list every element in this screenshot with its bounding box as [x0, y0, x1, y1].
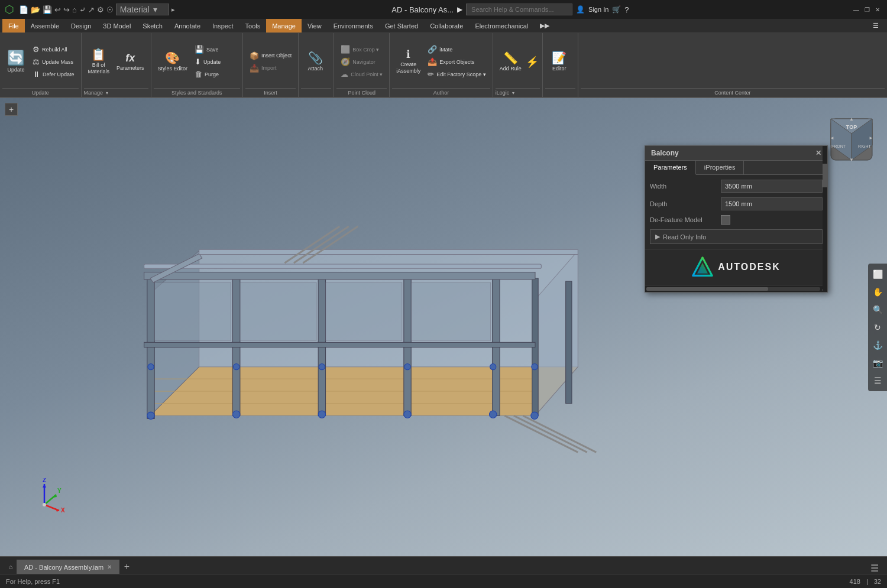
- navigator-button[interactable]: 🧭 Navigator: [338, 56, 386, 68]
- menu-electromechanical[interactable]: Electromechanical: [469, 19, 534, 33]
- panel-hscroll-thumb[interactable]: [646, 287, 768, 291]
- panel-hscroll[interactable]: ⤢: [645, 285, 827, 292]
- coord-separator: |: [866, 578, 868, 585]
- close-button[interactable]: ✕: [873, 5, 882, 14]
- add-view-button[interactable]: +: [5, 103, 18, 116]
- styles-editor-button[interactable]: 🎨 Styles Editor: [155, 41, 191, 83]
- menu-extra[interactable]: ☰: [867, 19, 885, 33]
- main-document-tab[interactable]: AD - Balcony Assembly.iam ✕: [17, 560, 119, 574]
- defer-update-button[interactable]: ⏸ Defer Update: [30, 69, 77, 80]
- tab-parameters[interactable]: Parameters: [645, 161, 696, 175]
- tab-iproperties[interactable]: iProperties: [696, 161, 744, 174]
- menu-tools[interactable]: Tools: [239, 19, 267, 33]
- rebuild-all-button[interactable]: ⚙ Rebuild All: [30, 44, 77, 56]
- edit-factory-scope-button[interactable]: ✏ Edit Factory Scope ▾: [425, 69, 489, 80]
- coord-x: 418: [850, 578, 860, 585]
- viewcube[interactable]: TOP FRONT RIGHT ▲ ◄ ► ▼: [828, 116, 875, 163]
- menu-file[interactable]: File: [2, 19, 25, 33]
- menu-more[interactable]: ▶▶: [534, 19, 555, 33]
- unknown-icon[interactable]: ☉: [106, 5, 114, 14]
- select-icon[interactable]: ↗: [88, 5, 95, 14]
- new-button[interactable]: 📄: [19, 5, 28, 14]
- ribbon-group-editor: 📝 Editor: [543, 33, 578, 97]
- purge-button[interactable]: 🗑 Purge: [192, 69, 239, 80]
- menu-view[interactable]: View: [302, 19, 328, 33]
- menu-sketch[interactable]: Sketch: [137, 19, 169, 33]
- add-rule-button[interactable]: 📏 Add Rule: [497, 41, 525, 83]
- update-styles-button[interactable]: ⬇ Update: [192, 56, 239, 68]
- parameters-button[interactable]: fx Parameters: [114, 41, 147, 83]
- update-button[interactable]: 🔄 Update: [4, 41, 28, 83]
- nav-select[interactable]: ⬜: [869, 266, 886, 282]
- minimize-button[interactable]: —: [852, 5, 861, 14]
- insert-object-button[interactable]: 📦 Insert Object: [247, 50, 294, 61]
- bill-of-materials-button[interactable]: 📋 Bill ofMaterials: [85, 41, 113, 83]
- open-button[interactable]: 📂: [31, 5, 40, 14]
- menu-manage[interactable]: Manage: [266, 19, 302, 33]
- redo-button[interactable]: ↪: [63, 5, 70, 14]
- prop-width-label: Width: [650, 183, 721, 190]
- cart-icon[interactable]: 🛒: [612, 5, 621, 14]
- update-s-label: Update: [203, 59, 221, 65]
- import-button[interactable]: 📥 Import: [247, 62, 294, 74]
- undo-button[interactable]: ↩: [54, 5, 61, 14]
- box-crop-button[interactable]: ⬜ Box Crop ▾: [338, 44, 386, 56]
- prop-depth-value[interactable]: 1500 mm: [721, 197, 823, 210]
- search-input[interactable]: [466, 4, 572, 15]
- editor-button[interactable]: 📝 Editor: [546, 41, 572, 83]
- menu-get-started[interactable]: Get Started: [379, 19, 424, 33]
- purge-label: Purge: [205, 72, 219, 77]
- tab-close-button[interactable]: ✕: [107, 564, 112, 570]
- menu-environments[interactable]: Environments: [328, 19, 379, 33]
- restore-button[interactable]: ❐: [862, 5, 872, 14]
- nav-rotate[interactable]: ↻: [869, 319, 886, 336]
- menu-3dmodel[interactable]: 3D Model: [97, 19, 137, 33]
- home-button[interactable]: ⌂: [72, 5, 77, 14]
- viewport[interactable]: +: [0, 98, 887, 556]
- create-iassembly-button[interactable]: ℹ CreateiAssembly: [393, 41, 423, 83]
- attach-button[interactable]: 📎 Attach: [302, 41, 328, 83]
- read-only-section[interactable]: ▶ Read Only Info: [650, 229, 823, 244]
- nav-zoom[interactable]: 🔍: [869, 301, 886, 318]
- tab-menu-button[interactable]: ☰: [867, 563, 882, 574]
- menu-collaborate[interactable]: Collaborate: [424, 19, 469, 33]
- panel-scrollbar-thumb[interactable]: [823, 164, 827, 187]
- prop-defeature-checkbox[interactable]: [721, 215, 730, 225]
- panel-title: Balcony: [651, 149, 679, 157]
- save-button[interactable]: 💾: [43, 5, 52, 14]
- export-objects-button[interactable]: 📤 Export Objects: [425, 56, 489, 68]
- ilogic-arrow[interactable]: ▾: [512, 90, 514, 96]
- home-tab-icon[interactable]: ⌂: [5, 560, 17, 574]
- menu-assemble[interactable]: Assemble: [25, 19, 65, 33]
- nav-camera[interactable]: 📷: [869, 355, 886, 371]
- ilogic-extra1[interactable]: ⚡: [526, 56, 539, 69]
- nav-menu[interactable]: ☰: [869, 372, 886, 389]
- prop-width-value[interactable]: 3500 mm: [721, 180, 823, 193]
- return-button[interactable]: ⤶: [79, 5, 86, 14]
- cloud-point-button[interactable]: ☁ Cloud Point ▾: [338, 69, 386, 80]
- svg-marker-61: [43, 484, 46, 488]
- nav-pan[interactable]: ✋: [869, 284, 886, 300]
- add-tab-button[interactable]: +: [119, 560, 134, 574]
- panel-scrollbar[interactable]: [823, 146, 827, 292]
- menu-annotate[interactable]: Annotate: [169, 19, 206, 33]
- svg-line-36: [514, 415, 587, 452]
- material-dropdown-arrow: ▾: [153, 5, 157, 14]
- ribbon-group-ilogic: 📏 Add Rule ⚡ iLogic ▾: [493, 33, 543, 97]
- nav-anchor[interactable]: ⚓: [869, 337, 886, 353]
- manage-label-arrow[interactable]: ▾: [106, 90, 108, 96]
- save-styles-button[interactable]: 💾 Save: [192, 44, 239, 56]
- help-icon[interactable]: ?: [624, 5, 629, 14]
- menu-inspect[interactable]: Inspect: [206, 19, 239, 33]
- axes-indicator: X Y Z: [24, 478, 65, 521]
- menu-design[interactable]: Design: [65, 19, 97, 33]
- imate-button[interactable]: 🔗 iMate: [425, 44, 489, 56]
- material-dropdown[interactable]: Material ▾: [116, 4, 169, 15]
- svg-point-33: [490, 364, 496, 370]
- svg-rect-15: [144, 342, 535, 347]
- more-tools-button[interactable]: ⚙: [97, 5, 104, 14]
- panel-close-button[interactable]: ✕: [815, 149, 821, 157]
- update-mass-button[interactable]: ⚖ Update Mass: [30, 56, 77, 68]
- sign-in-link[interactable]: Sign In: [588, 6, 608, 13]
- update-s-icon: ⬇: [195, 58, 201, 66]
